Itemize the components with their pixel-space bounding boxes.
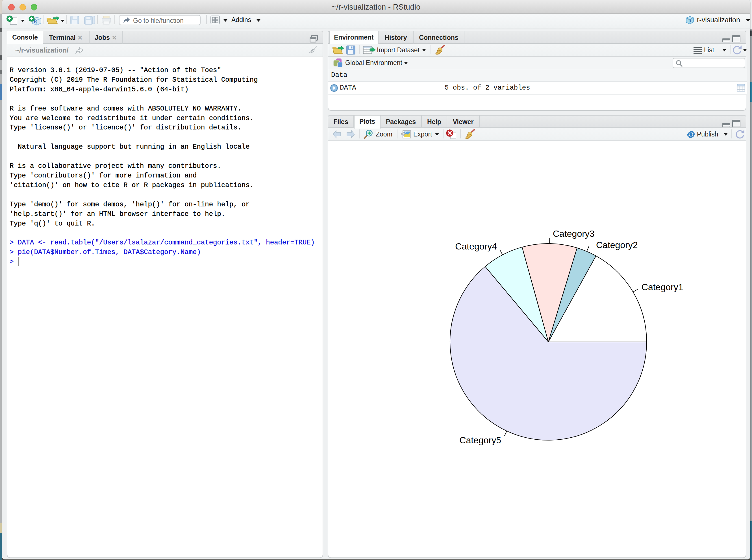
svg-text:Category4: Category4 bbox=[455, 241, 497, 252]
svg-text:Category5: Category5 bbox=[459, 435, 501, 445]
svg-text:Category1: Category1 bbox=[642, 282, 683, 292]
svg-text:Category2: Category2 bbox=[596, 240, 638, 250]
svg-text:Category3: Category3 bbox=[553, 228, 595, 239]
svg-text:R: R bbox=[688, 18, 692, 23]
